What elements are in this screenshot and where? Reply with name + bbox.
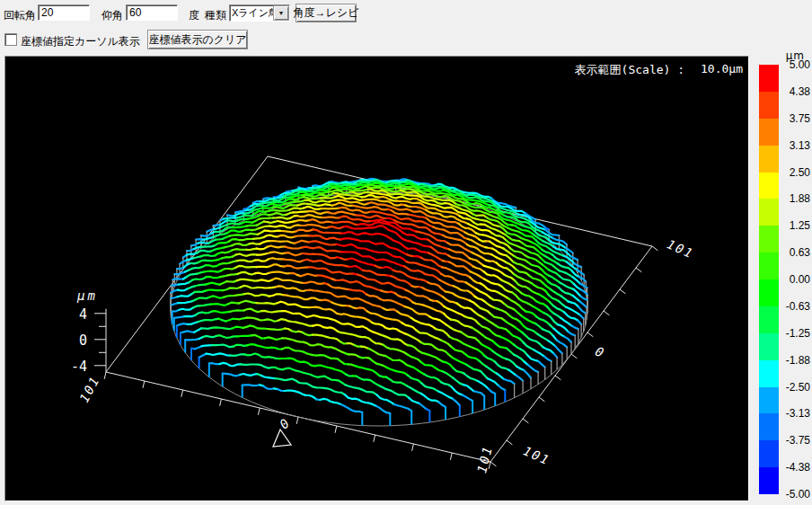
colorbar-tick-label: -0.63 bbox=[776, 300, 810, 313]
colorbar-tick-label: 2.50 bbox=[776, 166, 810, 179]
colorbar-tick-label: 4.38 bbox=[776, 85, 810, 98]
surface-plot[interactable] bbox=[5, 57, 748, 501]
scale-range-readout: 表示範囲(Scale) : 10.0μm bbox=[575, 62, 743, 78]
colorbar-tick-label: -3.75 bbox=[776, 434, 810, 447]
colorbar-tick-label: -2.50 bbox=[776, 381, 810, 394]
colorbar-tick-label: -3.13 bbox=[776, 407, 810, 420]
elevation-angle-input[interactable] bbox=[126, 4, 178, 21]
rotation-angle-input[interactable] bbox=[38, 4, 90, 21]
type-label: 種類 bbox=[205, 8, 226, 23]
colorbar-tick-label: -1.88 bbox=[776, 354, 810, 367]
clear-coordinates-button[interactable]: 座標値表示のクリア bbox=[147, 30, 248, 49]
coordinate-cursor-checkbox-label: 座標値指定カーソル表示 bbox=[21, 34, 140, 49]
coordinate-cursor-checkbox[interactable] bbox=[4, 33, 17, 46]
view-type-value: Xライン鳥瞰図 bbox=[230, 6, 273, 20]
colorbar-tick-label: 0.00 bbox=[776, 273, 810, 286]
colorbar-tick-label: -1.25 bbox=[776, 327, 810, 340]
colorbar-tick-label: 1.25 bbox=[776, 219, 810, 232]
colorbar-tick-label: 1.88 bbox=[776, 192, 810, 205]
rotation-angle-label: 回転角 bbox=[4, 8, 36, 23]
notch-triangle-icon bbox=[272, 428, 294, 449]
scale-range-label: 表示範囲(Scale) : bbox=[575, 62, 684, 78]
z-axis-tick-0: 0 bbox=[60, 332, 87, 349]
angle-to-recipe-button[interactable]: 角度→レシピ bbox=[296, 4, 357, 22]
z-axis-tick-4: 4 bbox=[60, 306, 87, 323]
dropdown-arrow-icon[interactable]: ▼ bbox=[273, 5, 289, 21]
colorbar-tick-label: -5.00 bbox=[776, 488, 810, 501]
view-type-dropdown[interactable]: Xライン鳥瞰図 ▼ bbox=[229, 4, 290, 22]
colorbar-tick-label: -4.38 bbox=[776, 461, 810, 474]
z-axis-unit-label: μm bbox=[77, 288, 98, 303]
colorbar-tick-label: 5.00 bbox=[776, 58, 810, 71]
plot-canvas[interactable]: 表示範囲(Scale) : 10.0μm μm 4 0 -4 101 0 101… bbox=[4, 56, 749, 501]
colorbar-tick-label: 0.63 bbox=[776, 246, 810, 259]
scale-range-value: 10.0μm bbox=[701, 62, 743, 78]
elevation-angle-label: 仰角 bbox=[102, 8, 123, 23]
degree-label: 度 bbox=[189, 8, 199, 23]
colorbar-tick-label: 3.75 bbox=[776, 112, 810, 125]
z-axis-tick-minus4: -4 bbox=[55, 359, 87, 375]
colorbar-tick-label: 3.13 bbox=[776, 139, 810, 152]
